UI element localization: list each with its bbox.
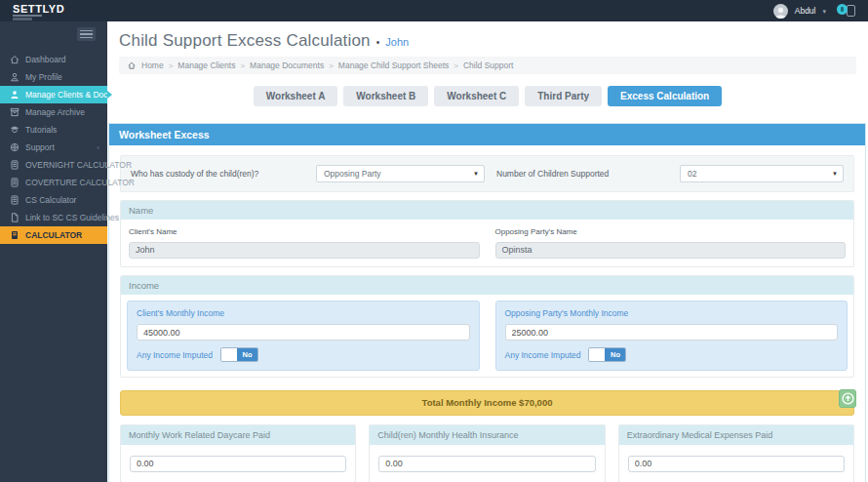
toggle-knob xyxy=(589,348,605,361)
opposing-imputed-label: Any Income Imputed xyxy=(505,350,581,360)
calculator-icon xyxy=(10,195,20,205)
medical-expenses-card: Extraordinary Medical Expenses Paid xyxy=(618,424,854,482)
topbar: SETTLYD Abdul ▾ xyxy=(0,0,868,21)
opposing-income-field[interactable] xyxy=(505,324,839,341)
sidebar-toggle-button[interactable] xyxy=(77,27,96,41)
custody-select[interactable]: Opposing Party ▼ xyxy=(316,165,485,182)
notification-icon[interactable] xyxy=(837,3,856,19)
health-insurance-amount-field[interactable] xyxy=(378,456,595,472)
toggle-state-label: No xyxy=(237,348,257,361)
chevron-left-icon: ‹ xyxy=(97,143,99,152)
breadcrumb-separator: > xyxy=(169,61,174,70)
breadcrumb-current: Child Support xyxy=(463,60,514,70)
name-section-header: Name xyxy=(121,201,853,220)
medical-expenses-card-header: Extraordinary Medical Expenses Paid xyxy=(619,425,853,445)
client-income-label: Client's Monthly Income xyxy=(137,308,470,318)
file-icon xyxy=(10,213,20,222)
total-monthly-income-banner: Total Monthly Income $70,000 xyxy=(120,390,854,416)
tab-worksheet-c[interactable]: Worksheet C xyxy=(434,86,519,106)
client-imputed-toggle[interactable]: No xyxy=(220,347,258,362)
sidebar-menu: Dashboard My Profile Manage Clients & Do… xyxy=(0,51,107,244)
archive-icon xyxy=(10,107,20,117)
client-name-field[interactable] xyxy=(129,242,480,259)
tab-worksheet-a[interactable]: Worksheet A xyxy=(254,86,338,106)
sidebar: Dashboard My Profile Manage Clients & Do… xyxy=(0,21,107,482)
sidebar-item-calculator[interactable]: CALCULATOR xyxy=(0,226,107,244)
client-income-card: Client's Monthly Income Any Income Imput… xyxy=(127,301,480,372)
client-imputed-label: Any Income Imputed xyxy=(137,350,213,360)
chevron-down-icon[interactable]: ▾ xyxy=(822,8,826,15)
breadcrumb-separator: > xyxy=(454,61,458,70)
arrow-up-circle-icon xyxy=(842,392,854,405)
user-avatar[interactable] xyxy=(773,4,788,19)
daycare-card: Monthly Work Related Daycare Paid xyxy=(120,424,356,482)
client-name-link[interactable]: John xyxy=(385,36,409,48)
scroll-to-top-button[interactable] xyxy=(839,389,856,408)
toggle-knob xyxy=(221,348,237,361)
select-caret-icon: ▼ xyxy=(832,171,838,177)
calculator-icon xyxy=(10,230,20,240)
client-name-label: Client's Name xyxy=(129,227,480,236)
breadcrumb-separator: > xyxy=(329,61,334,70)
daycare-card-header: Monthly Work Related Daycare Paid xyxy=(121,425,355,445)
income-section-header: Income xyxy=(121,276,853,295)
custody-question-label: Who has custody of the child(ren)? xyxy=(131,169,304,179)
notification-badge xyxy=(837,4,848,15)
home-icon xyxy=(128,61,136,69)
daycare-amount-field[interactable] xyxy=(130,456,346,472)
calculator-icon xyxy=(10,178,20,187)
sidebar-item-cs-calculator[interactable]: CS Calculator xyxy=(0,191,107,209)
breadcrumb: Home > Manage Clients > Manage Documents… xyxy=(119,57,856,74)
sidebar-item-dashboard[interactable]: Dashboard xyxy=(0,51,107,68)
user-silhouette-icon xyxy=(774,6,787,19)
opposing-income-card: Opposing Party's Monthly Income Any Inco… xyxy=(495,301,848,372)
health-insurance-card-header: Child(ren) Monthly Health Insurance xyxy=(370,425,604,445)
title-bullet: • xyxy=(376,37,380,48)
name-section: Name Client's Name Opposing Party's Name xyxy=(120,200,854,267)
sidebar-item-my-profile[interactable]: My Profile xyxy=(0,68,107,86)
custody-row: Who has custody of the child(ren)? Oppos… xyxy=(120,155,854,192)
sidebar-item-manage-clients-docs[interactable]: Manage Clients & Docs xyxy=(0,86,107,103)
breadcrumb-manage-cs-sheets[interactable]: Manage Child Support Sheets xyxy=(338,60,449,70)
main-content: Child Support Excess Calculation • John … xyxy=(107,21,868,482)
brand-logo-text: SETTLYD xyxy=(13,4,107,14)
children-supported-label: Number of Children Supported xyxy=(496,169,668,179)
opposing-name-field[interactable] xyxy=(495,242,847,259)
opposing-name-label: Opposing Party's Name xyxy=(495,227,847,236)
expense-cards-row: Monthly Work Related Daycare Paid Child(… xyxy=(120,424,854,482)
sidebar-item-overnight-calculator[interactable]: OVERNIGHT CALCULATOR xyxy=(0,156,107,174)
sidebar-item-coverture-calculator[interactable]: COVERTURE CALCULATOR xyxy=(0,174,107,191)
opposing-imputed-toggle[interactable]: No xyxy=(588,347,626,362)
life-ring-icon xyxy=(10,142,20,152)
select-caret-icon: ▼ xyxy=(473,171,479,177)
toggle-state-label: No xyxy=(605,348,625,361)
opposing-income-label: Opposing Party's Monthly Income xyxy=(505,308,839,318)
tab-worksheet-b[interactable]: Worksheet B xyxy=(343,86,428,106)
graduation-cap-icon xyxy=(10,125,20,135)
breadcrumb-separator: > xyxy=(240,61,245,70)
sidebar-item-tutorials[interactable]: Tutorials xyxy=(0,121,107,139)
children-supported-select[interactable]: 02 ▼ xyxy=(680,165,844,182)
income-section: Income Client's Monthly Income Any Incom… xyxy=(120,275,854,379)
panel-title: Worksheet Excess xyxy=(109,124,865,145)
user-menu[interactable]: Abdul xyxy=(795,6,816,16)
user-icon xyxy=(10,72,20,82)
logo-tagline xyxy=(13,15,42,17)
breadcrumb-manage-clients[interactable]: Manage Clients xyxy=(178,60,235,70)
tab-third-party[interactable]: Third Party xyxy=(525,86,602,106)
client-income-field[interactable] xyxy=(137,324,470,341)
sidebar-item-manage-archive[interactable]: Manage Archive xyxy=(0,103,107,121)
breadcrumb-home[interactable]: Home xyxy=(141,60,164,70)
page-title: Child Support Excess Calculation xyxy=(119,31,371,51)
medical-expenses-amount-field[interactable] xyxy=(628,456,845,472)
calculator-icon xyxy=(10,160,20,170)
home-icon xyxy=(10,55,20,64)
sidebar-item-sc-cs-guidelines-link[interactable]: Link to SC CS Guidelines xyxy=(0,209,107,226)
worksheet-tabs: Worksheet A Worksheet B Worksheet C Thir… xyxy=(107,86,868,106)
brand-logo[interactable]: SETTLYD xyxy=(0,2,107,20)
sidebar-item-support[interactable]: Support ‹ xyxy=(0,139,107,156)
breadcrumb-manage-documents[interactable]: Manage Documents xyxy=(250,60,324,70)
tab-excess-calculation[interactable]: Excess Calculation xyxy=(608,86,722,106)
health-insurance-card: Child(ren) Monthly Health Insurance xyxy=(369,424,605,482)
worksheet-excess-panel: Worksheet Excess Who has custody of the … xyxy=(108,123,866,482)
